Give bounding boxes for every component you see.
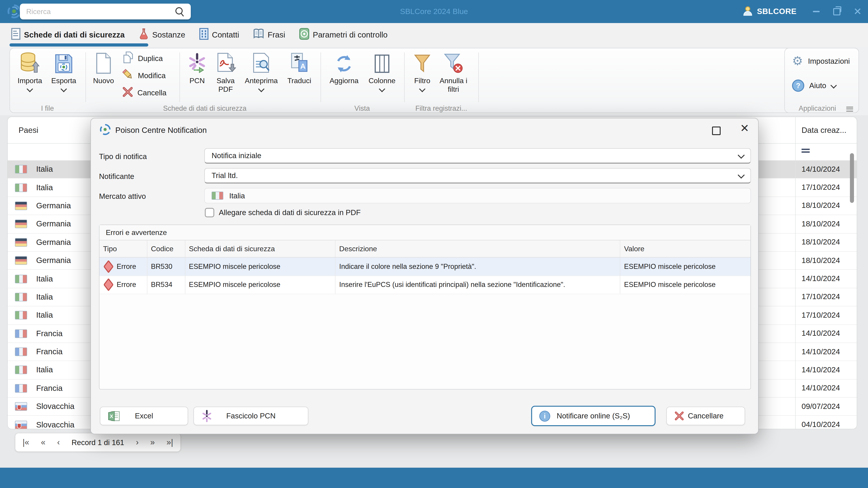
tipo-di-notifica-label: Tipo di notifica [99, 152, 147, 161]
chevron-down-icon [27, 86, 33, 92]
selected-value: Notifica iniziale [212, 151, 261, 160]
cancellare-button[interactable]: Cancellare [666, 407, 745, 425]
tab-frasi[interactable]: Frasi [253, 28, 285, 42]
building-icon [199, 28, 209, 42]
ribbon-group-label: I file [41, 104, 54, 112]
column-divider [795, 117, 796, 429]
new-document-icon [86, 51, 121, 74]
error-row[interactable]: ErroreBR534ESEMPIO miscele pericoloseIns… [99, 276, 750, 294]
flag-slovacchia-icon [15, 402, 27, 411]
app-logo-icon [6, 4, 22, 21]
errors-col-tipo[interactable]: Tipo [99, 240, 147, 257]
mercato-attivo-field[interactable]: Italia [204, 188, 751, 203]
country-cell: Francia [36, 347, 63, 357]
allega-pdf-label: Allegare scheda di dati di sicurezza in … [219, 208, 361, 217]
aiuto-button[interactable]: ? Aiuto [792, 79, 836, 92]
button-label: Duplica [138, 54, 163, 63]
last-record-button[interactable]: »| [166, 437, 173, 447]
flag-slovacchia-icon [15, 420, 27, 429]
esporta-button[interactable]: Esporta [46, 51, 81, 101]
close-button[interactable]: ✕ [847, 0, 868, 23]
next-record-button[interactable]: › [136, 437, 138, 447]
flag-italia-icon [15, 274, 27, 283]
chevron-down-icon [61, 86, 67, 92]
button-label: Modifica [138, 71, 166, 80]
errors-col-codice[interactable]: Codice [147, 240, 185, 257]
importa-button[interactable]: Importa [13, 51, 47, 101]
pencil-icon [122, 69, 134, 82]
duplica-button[interactable]: Duplica [122, 51, 163, 66]
error-valore-cell: ESEMPIO miscele pericolose [620, 258, 750, 275]
column-header-paesi[interactable]: Paesi [19, 117, 38, 143]
dialog-close-button[interactable]: ✕ [740, 122, 749, 135]
tab-parametri-di-controllo[interactable]: Parametri di controllo [299, 28, 388, 42]
date-cell: 14/10/2024 [802, 384, 840, 393]
dialog-maximize-button[interactable] [712, 127, 721, 135]
columns-icon [365, 51, 399, 74]
date-cell: 14/10/2024 [802, 165, 840, 174]
maximize-button[interactable] [827, 0, 847, 23]
account-area[interactable]: SBLCORE [743, 0, 797, 23]
application-window: SBLCore 2024 Blue SBLCORE ✕ Schede di da… [0, 0, 868, 488]
annulla-filtri-button[interactable]: Annulla i filtri [434, 51, 472, 101]
tab-contatti[interactable]: Contatti [199, 28, 239, 42]
anteprima-button[interactable]: Anteprima [244, 51, 278, 101]
errors-col-descrizione[interactable]: Descrizione [336, 240, 620, 257]
tab-label: Schede di dati di sicurezza [24, 30, 125, 40]
country-cell: Italia [36, 292, 53, 302]
prev-record-button[interactable]: ‹ [57, 437, 60, 447]
modifica-button[interactable]: Modifica [122, 68, 166, 83]
error-valore-cell: ESEMPIO miscele pericolose [620, 276, 750, 294]
button-label: Cancella [137, 88, 166, 97]
notificante-select[interactable]: Trial ltd. [204, 168, 751, 184]
date-cell: 18/10/2024 [802, 201, 840, 210]
salva-pdf-button[interactable]: Salva PDF [209, 51, 243, 101]
next-page-button[interactable]: » [150, 437, 155, 447]
traduci-button[interactable]: A Traduci [282, 51, 316, 101]
cancella-button[interactable]: Cancella [122, 85, 166, 100]
document-icon [11, 28, 21, 42]
tipo-di-notifica-select[interactable]: Notifica iniziale [204, 148, 751, 164]
minimize-button[interactable] [806, 0, 827, 23]
chevron-down-icon [738, 171, 745, 178]
flag-germania-icon [15, 220, 27, 228]
flag-germania-icon [15, 256, 27, 265]
table-scrollbar-thumb[interactable] [850, 153, 854, 203]
prev-page-button[interactable]: « [41, 437, 45, 447]
nuovo-button[interactable]: Nuovo [86, 51, 121, 101]
book-icon [253, 28, 265, 42]
search-icon[interactable] [175, 6, 185, 17]
window-bottom-edge [0, 468, 868, 488]
button-label: Cancellare [688, 412, 723, 420]
allega-pdf-checkbox[interactable] [205, 208, 214, 217]
error-diamond-icon [103, 260, 114, 273]
mercato-value: Italia [229, 191, 245, 200]
search-input[interactable] [20, 7, 175, 15]
equals-filter-icon[interactable] [802, 149, 810, 154]
tab-sostanze[interactable]: Sostanze [138, 28, 185, 42]
ribbon-group-label: Vista [354, 104, 370, 112]
colonne-button[interactable]: Colonne [365, 51, 399, 101]
first-record-button[interactable]: |« [23, 437, 29, 447]
flag-italia-icon [212, 192, 223, 200]
flag-germania-icon [15, 238, 27, 247]
button-label: Aiuto [809, 81, 826, 90]
error-descrizione-cell: Inserire l'EuPCS (usi identificati princ… [336, 276, 620, 294]
tab-schede-di-dati-di-sicurezza[interactable]: Schede di dati di sicurezza [11, 28, 125, 42]
notificare-online-button[interactable]: i Notificare online (S₂S) [531, 406, 655, 426]
excel-button[interactable]: X Excel [100, 407, 188, 425]
column-header-data-creazione[interactable]: Data creaz... [802, 117, 846, 143]
date-cell: 09/07/2024 [802, 402, 840, 411]
ribbon-group-label: Applicazioni [799, 104, 836, 112]
error-scheda-cell: ESEMPIO miscele pericolose [185, 276, 336, 294]
fascicolo-pcn-button[interactable]: Fascicolo PCN [193, 407, 308, 425]
date-cell: 18/10/2024 [802, 256, 840, 265]
aggiorna-button[interactable]: Aggiorna [327, 51, 361, 101]
impostazioni-button[interactable]: ⚙ Impostazioni [792, 55, 850, 67]
title-bar: SBLCore 2024 Blue SBLCORE ✕ [0, 0, 868, 23]
errors-col-scheda[interactable]: Scheda di dati di sicurezza [185, 240, 336, 257]
error-row[interactable]: ErroreBR530ESEMPIO miscele pericoloseInd… [99, 258, 750, 276]
group-menu-icon[interactable] [846, 105, 853, 112]
error-scheda-cell: ESEMPIO miscele pericolose [185, 258, 336, 275]
errors-col-valore[interactable]: Valore [620, 240, 750, 257]
